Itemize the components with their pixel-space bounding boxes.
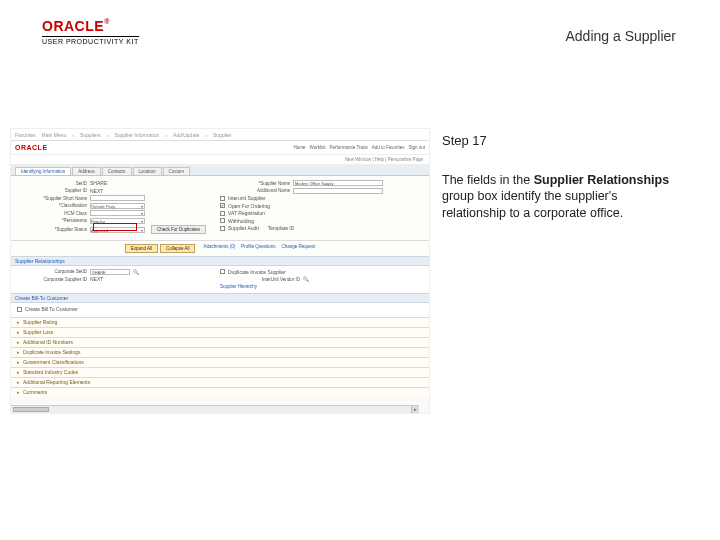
label-classification: *Classification bbox=[17, 203, 87, 208]
expand-sic-codes[interactable]: ▸Standard Industry Codes bbox=[11, 367, 429, 377]
change-request-link[interactable]: Change Request bbox=[282, 244, 316, 253]
collapse-all-button[interactable]: Collapse All bbox=[160, 244, 196, 253]
checkbox-vat[interactable] bbox=[220, 211, 225, 216]
tab-strip: Identifying Information Address Contacts… bbox=[11, 165, 429, 176]
value-supplier-id: NEXT bbox=[90, 188, 103, 194]
expand-additional-id[interactable]: ▸Additional ID Numbers bbox=[11, 337, 429, 347]
supplier-hierarchy-link[interactable]: Supplier Hierarchy bbox=[220, 284, 257, 289]
input-corp-setid[interactable]: SHARE bbox=[90, 269, 130, 275]
checkbox-interunit[interactable] bbox=[220, 196, 225, 201]
instruction-text: The fields in the Supplier Relationships… bbox=[442, 172, 684, 223]
select-persistence[interactable]: Regular bbox=[90, 218, 145, 224]
checkbox-withholding[interactable] bbox=[220, 218, 225, 223]
label-supplier-name: *Supplier Name bbox=[220, 181, 290, 186]
upk-subtitle: USER PRODUCTIVITY KIT bbox=[42, 36, 139, 45]
app-screenshot: Favorites Main Menu › Suppliers › Suppli… bbox=[10, 128, 430, 414]
triangle-icon: ▸ bbox=[17, 379, 20, 385]
input-short-name[interactable] bbox=[90, 195, 145, 201]
scrollbar-thumb[interactable] bbox=[13, 407, 49, 412]
expand-supplier-rating[interactable]: ▸Supplier Rating bbox=[11, 317, 429, 327]
triangle-icon: ▸ bbox=[17, 339, 20, 345]
triangle-icon: ▸ bbox=[17, 369, 20, 375]
nav-add-fav[interactable]: Add to Favorites bbox=[372, 145, 405, 150]
crumb[interactable]: Suppliers bbox=[80, 132, 101, 138]
create-billto-body: Create Bill To Customer bbox=[11, 303, 429, 317]
checkbox-dup-invoice[interactable] bbox=[220, 269, 225, 274]
value-setid: SHARE bbox=[90, 180, 107, 186]
tab-address[interactable]: Address bbox=[72, 167, 101, 175]
crumb[interactable]: Supplier Information bbox=[115, 132, 160, 138]
checkbox-supplier-audit[interactable] bbox=[220, 226, 225, 231]
select-classification[interactable]: Outside Party bbox=[90, 203, 145, 209]
oracle-logo-small: ORACLE bbox=[15, 144, 48, 151]
crumb[interactable]: Supplier bbox=[213, 132, 231, 138]
crumb[interactable]: Main Menu bbox=[42, 132, 67, 138]
select-hcm-class[interactable] bbox=[90, 210, 145, 216]
triangle-icon: ▸ bbox=[17, 319, 20, 325]
lookup-icon[interactable]: 🔍 bbox=[303, 276, 309, 282]
input-supplier-name[interactable]: Modern Office Supply bbox=[293, 180, 383, 186]
window-links[interactable]: New Window | Help | Personalize Page bbox=[11, 155, 429, 165]
crumb[interactable]: Favorites bbox=[15, 132, 36, 138]
expand-addl-reporting[interactable]: ▸Additional Reporting Elements bbox=[11, 377, 429, 387]
lookup-icon[interactable]: 🔍 bbox=[133, 269, 139, 275]
input-addl-name[interactable] bbox=[293, 188, 383, 194]
triangle-icon: ▸ bbox=[17, 389, 20, 395]
expand-dup-invoice[interactable]: ▸Duplicate Invoice Settings bbox=[11, 347, 429, 357]
upk-logo-block: ORACLE® USER PRODUCTIVITY KIT bbox=[42, 18, 139, 45]
section-supplier-relationships[interactable]: Supplier Relationships bbox=[11, 256, 429, 266]
label-setid: SetID bbox=[17, 181, 87, 186]
label-supplier-id: Supplier ID bbox=[17, 188, 87, 193]
expand-collapse-row: Expand All Collapse All Attachments (0) … bbox=[11, 241, 429, 256]
tab-identifying-info[interactable]: Identifying Information bbox=[15, 167, 71, 175]
label-addl-name: Additional Name bbox=[220, 188, 290, 193]
tab-location[interactable]: Location bbox=[133, 167, 162, 175]
expand-all-button[interactable]: Expand All bbox=[125, 244, 158, 253]
check-duplicates-button[interactable]: Check For Duplicates bbox=[151, 225, 206, 234]
oracle-logo: ORACLE® bbox=[42, 18, 139, 34]
label-hcm-class: HCM Class bbox=[17, 211, 87, 216]
expand-gov-classifications[interactable]: ▸Government Classifications bbox=[11, 357, 429, 367]
triangle-icon: ▸ bbox=[17, 329, 20, 335]
breadcrumb-bar: Favorites Main Menu › Suppliers › Suppli… bbox=[11, 129, 429, 141]
profile-questions-link[interactable]: Profile Questions bbox=[241, 244, 275, 253]
step-label: Step 17 bbox=[442, 132, 684, 150]
section-create-billto[interactable]: Create Bill-To Customer bbox=[11, 293, 429, 303]
nav-signout[interactable]: Sign out bbox=[408, 145, 425, 150]
scroll-right-arrow[interactable]: ▸ bbox=[411, 406, 419, 414]
tab-contacts[interactable]: Contacts bbox=[102, 167, 132, 175]
label-interunit-vendor: InterUnit Vendor ID bbox=[220, 277, 300, 282]
value-corp-supplier-id: NEXT bbox=[90, 276, 103, 282]
nav-perf-trace[interactable]: Performance Trace bbox=[329, 145, 367, 150]
nav-worklist[interactable]: Worklist bbox=[310, 145, 326, 150]
triangle-icon: ▸ bbox=[17, 349, 20, 355]
expand-supplier-loss[interactable]: ▸Supplier Loss bbox=[11, 327, 429, 337]
label-short-name: *Supplier Short Name bbox=[17, 196, 87, 201]
tab-custom[interactable]: Custom bbox=[163, 167, 191, 175]
horizontal-scrollbar[interactable]: ▸ bbox=[11, 405, 419, 413]
select-supplier-status[interactable]: Approved bbox=[90, 227, 145, 233]
supplier-relationships-body: Corporate SetID SHARE 🔍 Corporate Suppli… bbox=[11, 266, 429, 294]
label-supplier-status: *Supplier Status bbox=[17, 227, 87, 232]
checkbox-open-ordering[interactable] bbox=[220, 203, 225, 208]
header-links: Home Worklist Performance Trace Add to F… bbox=[294, 145, 425, 150]
form-area: SetID SHARE Supplier ID NEXT *Supplier S… bbox=[11, 176, 429, 241]
label-corp-supplier-id: Corporate Supplier ID bbox=[17, 277, 87, 282]
instruction-panel: Step 17 The fields in the Supplier Relat… bbox=[442, 132, 684, 222]
crumb[interactable]: Add/Update bbox=[173, 132, 199, 138]
label-corp-setid: Corporate SetID bbox=[17, 269, 87, 274]
triangle-icon: ▸ bbox=[17, 359, 20, 365]
app-header: ORACLE Home Worklist Performance Trace A… bbox=[11, 141, 429, 155]
nav-home[interactable]: Home bbox=[294, 145, 306, 150]
attachments-link[interactable]: Attachments (0) bbox=[203, 244, 235, 253]
page-title: Adding a Supplier bbox=[565, 28, 676, 44]
label-persistence: *Persistence bbox=[17, 218, 87, 223]
checkbox-create-billto[interactable] bbox=[17, 307, 22, 312]
expand-comments[interactable]: ▸Comments bbox=[11, 387, 429, 397]
